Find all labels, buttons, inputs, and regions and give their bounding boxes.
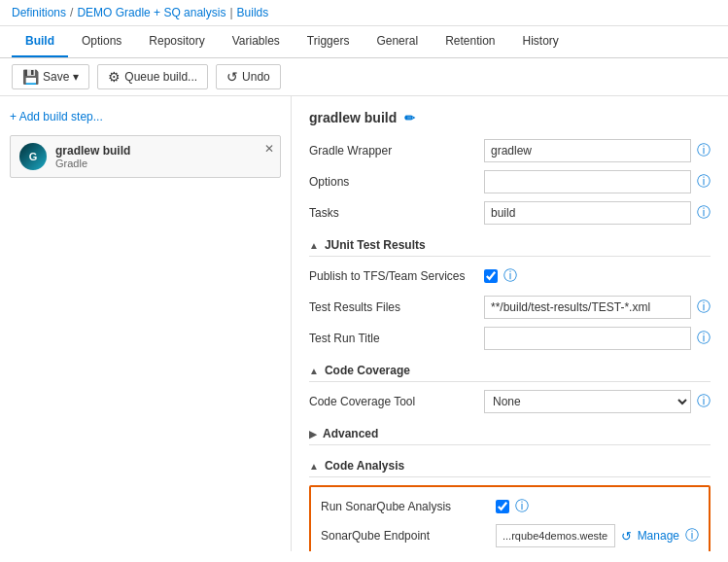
- refresh-icon[interactable]: ↺: [621, 529, 632, 544]
- advanced-section-title: Advanced: [323, 427, 378, 440]
- endpoint-label: SonarQube Endpoint: [321, 529, 496, 543]
- build-item-close-icon[interactable]: ✕: [264, 142, 274, 156]
- run-sonar-info-icon[interactable]: ⓘ: [515, 498, 529, 515]
- endpoint-control: ↺ Manage ⓘ: [496, 524, 699, 547]
- analysis-section-header[interactable]: ▲ Code Analysis: [309, 459, 711, 477]
- publish-tfs-row: Publish to TFS/Team Services ⓘ: [309, 264, 711, 288]
- save-icon: 💾: [22, 69, 39, 85]
- gradle-icon: G: [19, 143, 47, 170]
- publish-tfs-checkbox[interactable]: [484, 269, 498, 283]
- breadcrumb-project[interactable]: DEMO Gradle + SQ analysis: [77, 6, 225, 19]
- test-run-title-input[interactable]: [484, 327, 691, 350]
- publish-tfs-control: ⓘ: [484, 267, 711, 285]
- build-item-subtitle: Gradle: [55, 158, 272, 169]
- gradle-wrapper-label: Gradle Wrapper: [309, 144, 484, 158]
- run-sonar-label: Run SonarQube Analysis: [321, 500, 496, 513]
- toolbar: 💾 Save ▾ ⚙ Queue build... ↺ Undo: [0, 58, 728, 96]
- options-info-icon[interactable]: ⓘ: [697, 173, 711, 191]
- junit-section-header[interactable]: ▲ JUnit Test Results: [309, 238, 711, 257]
- manage-link[interactable]: Manage: [638, 529, 679, 543]
- tasks-info-icon[interactable]: ⓘ: [697, 204, 711, 222]
- tab-repository[interactable]: Repository: [135, 26, 218, 57]
- coverage-tool-row: Code Coverage Tool None ⓘ: [309, 390, 711, 413]
- step-title: gradlew build: [309, 110, 397, 125]
- test-run-title-label: Test Run Title: [309, 332, 484, 345]
- coverage-tool-label: Code Coverage Tool: [309, 395, 484, 408]
- coverage-collapse-icon: ▲: [309, 366, 319, 376]
- tab-triggers[interactable]: Triggers: [294, 26, 364, 57]
- undo-button[interactable]: ↺ Undo: [216, 64, 281, 89]
- run-sonar-row: Run SonarQube Analysis ⓘ: [321, 495, 699, 518]
- breadcrumb-sep2: |: [229, 6, 232, 19]
- tab-options[interactable]: Options: [68, 26, 135, 57]
- test-results-input[interactable]: [484, 296, 691, 319]
- options-control: ⓘ: [484, 170, 711, 193]
- junit-section-title: JUnit Test Results: [325, 238, 426, 252]
- tab-history[interactable]: History: [509, 26, 572, 57]
- queue-build-button[interactable]: ⚙ Queue build...: [97, 64, 208, 89]
- add-build-step[interactable]: + Add build step...: [10, 106, 281, 127]
- breadcrumb-builds[interactable]: Builds: [237, 6, 269, 19]
- tab-navigation: Build Options Repository Variables Trigg…: [0, 26, 728, 58]
- build-item[interactable]: G gradlew build Gradle ✕: [10, 135, 281, 178]
- coverage-tool-info-icon[interactable]: ⓘ: [697, 393, 711, 410]
- test-run-title-control: ⓘ: [484, 327, 711, 350]
- test-run-title-row: Test Run Title ⓘ: [309, 327, 711, 350]
- right-panel: gradlew build ✏ Gradle Wrapper ⓘ Options…: [292, 96, 728, 551]
- save-button[interactable]: 💾 Save ▾: [12, 64, 89, 89]
- endpoint-info-icon[interactable]: ⓘ: [685, 527, 699, 544]
- tasks-label: Tasks: [309, 206, 484, 220]
- queue-icon: ⚙: [108, 69, 121, 85]
- tab-variables[interactable]: Variables: [219, 26, 294, 57]
- gradle-wrapper-info-icon[interactable]: ⓘ: [697, 142, 711, 159]
- advanced-section-header[interactable]: ▶ Advanced: [309, 427, 711, 445]
- breadcrumb-sep1: /: [70, 6, 73, 19]
- run-sonar-checkbox[interactable]: [496, 500, 509, 513]
- coverage-tool-select[interactable]: None: [484, 390, 691, 413]
- edit-icon[interactable]: ✏: [404, 111, 415, 125]
- tasks-input[interactable]: [484, 201, 691, 225]
- save-dropdown-icon: ▾: [73, 70, 79, 84]
- advanced-collapse-icon: ▶: [309, 429, 317, 439]
- test-results-control: ⓘ: [484, 296, 711, 319]
- options-label: Options: [309, 175, 484, 189]
- test-results-label: Test Results Files: [309, 300, 484, 314]
- tasks-control: ⓘ: [484, 201, 711, 225]
- publish-tfs-label: Publish to TFS/Team Services: [309, 269, 484, 283]
- code-analysis-box: Run SonarQube Analysis ⓘ SonarQube Endpo…: [309, 485, 711, 551]
- tab-retention[interactable]: Retention: [432, 26, 508, 57]
- options-input[interactable]: [484, 170, 691, 193]
- gradle-wrapper-row: Gradle Wrapper ⓘ: [309, 139, 711, 162]
- build-item-title: gradlew build: [55, 144, 272, 158]
- gradle-wrapper-input[interactable]: [484, 139, 691, 162]
- step-title-row: gradlew build ✏: [309, 110, 711, 125]
- undo-icon: ↺: [226, 69, 238, 85]
- build-item-icon: G: [18, 142, 48, 171]
- run-sonar-control: ⓘ: [496, 498, 699, 515]
- options-row: Options ⓘ: [309, 170, 711, 193]
- analysis-section-title: Code Analysis: [325, 459, 404, 473]
- tasks-row: Tasks ⓘ: [309, 201, 711, 225]
- coverage-tool-control: None ⓘ: [484, 390, 711, 413]
- build-item-text: gradlew build Gradle: [55, 144, 272, 169]
- breadcrumb: Definitions / DEMO Gradle + SQ analysis …: [0, 0, 728, 26]
- endpoint-row: SonarQube Endpoint ↺ Manage ⓘ: [321, 524, 699, 547]
- publish-tfs-info-icon[interactable]: ⓘ: [503, 267, 517, 285]
- main-layout: + Add build step... G gradlew build Grad…: [0, 96, 728, 551]
- gradle-wrapper-control: ⓘ: [484, 139, 711, 162]
- junit-collapse-icon: ▲: [309, 240, 319, 251]
- coverage-section-header[interactable]: ▲ Code Coverage: [309, 364, 711, 382]
- breadcrumb-definitions[interactable]: Definitions: [12, 6, 66, 19]
- left-panel: + Add build step... G gradlew build Grad…: [0, 96, 292, 551]
- tab-general[interactable]: General: [363, 26, 432, 57]
- test-run-title-info-icon[interactable]: ⓘ: [697, 330, 711, 347]
- coverage-section-title: Code Coverage: [325, 364, 410, 377]
- tab-build[interactable]: Build: [12, 26, 68, 57]
- analysis-collapse-icon: ▲: [309, 461, 319, 472]
- test-results-row: Test Results Files ⓘ: [309, 296, 711, 319]
- endpoint-input[interactable]: [496, 524, 615, 547]
- test-results-info-icon[interactable]: ⓘ: [697, 299, 711, 316]
